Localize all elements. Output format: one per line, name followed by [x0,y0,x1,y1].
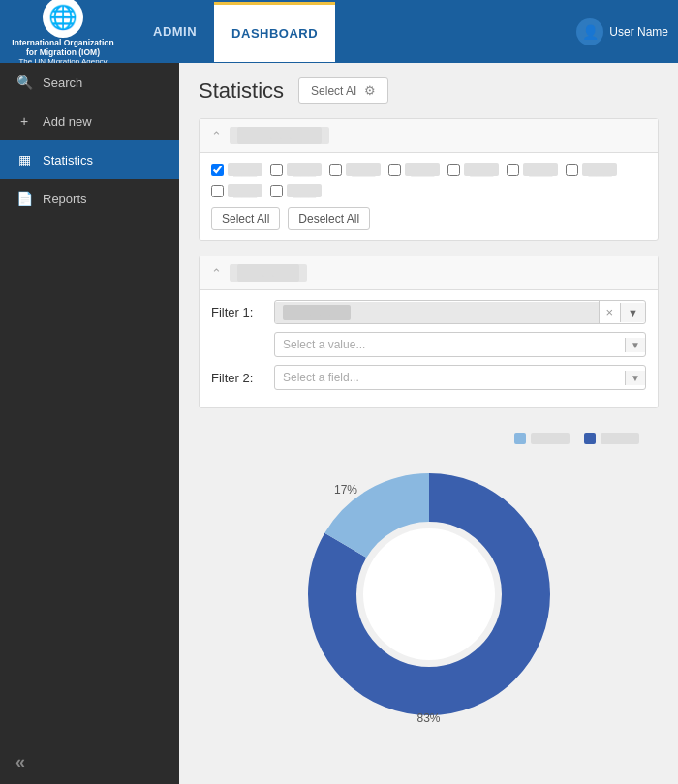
sidebar-item-statistics[interactable]: ▦ Statistics [0,140,179,179]
checkbox-label-7: ▓▓▓ [582,163,617,176]
filter-1-input-wrap: ......... × ▼ [274,300,646,324]
section-activities-title: ........ [230,127,329,144]
legend-dot-1 [514,433,526,444]
checkbox-1[interactable] [211,164,224,176]
nav-tab-admin[interactable]: ADMIN [136,3,214,60]
checkbox-item-1: ▓▓▓ [211,163,262,176]
select-all-button[interactable]: Select All [211,207,280,230]
select-ai-label: Select AI [311,84,356,98]
sidebar-collapse-button[interactable]: « [0,740,179,784]
checkbox-group: ▓▓▓ ▓▓▓ ▓▓▓ ▓▓▓ [211,163,646,197]
checkbox-item-5: ▓▓▓ [447,163,499,176]
checkbox-label-1: ▓▓▓ [228,163,262,176]
org-name: International Organization for Migration… [10,38,116,57]
checkbox-3[interactable] [329,164,342,176]
section-activities-header: ⌃ ........ [200,119,658,153]
checkbox-item-8: ▓▓▓ [211,184,262,197]
legend-item-2 [584,433,639,444]
donut-chart: 17% 83% [218,454,639,735]
donut-svg [298,464,560,725]
checkbox-item-9: ▓▓▓ [270,184,322,197]
checkbox-7[interactable] [566,164,578,176]
filter-1-value: ......... [275,302,599,323]
filter-2-arrow: ▼ [625,371,645,385]
section-filters: ⌃ ...... Filter 1: ......... × [199,256,659,408]
logo-circle: 🌐 [43,0,83,38]
filter-1-clear-button[interactable]: × [599,301,621,323]
checkbox-9[interactable] [270,185,283,197]
nav-tab-dashboard[interactable]: DASHBOARD [214,2,335,62]
checkbox-item-3: ▓▓▓ [329,163,381,176]
checkbox-label-6: ▓▓▓ [523,163,558,176]
main-layout: 🔍 Search + Add new ▦ Statistics 📄 Report… [0,63,678,784]
checkbox-label-8: ▓▓▓ [228,184,262,197]
filter-1-value-arrow: ▼ [625,338,645,352]
user-name: User Name [609,25,668,39]
stats-header: Statistics Select AI ⚙ [199,77,659,104]
select-ai-button[interactable]: Select AI ⚙ [298,77,388,104]
search-icon: 🔍 [15,75,33,90]
legend-dot-2 [584,433,596,444]
checkbox-5[interactable] [447,164,460,176]
checkbox-2[interactable] [270,164,283,176]
legend-label-2 [601,433,639,444]
checkbox-4[interactable] [388,164,401,176]
gear-icon: ⚙ [364,83,376,98]
sidebar: 🔍 Search + Add new ▦ Statistics 📄 Report… [0,63,179,784]
filter-2-label: Filter 2: [211,371,264,385]
filter-2-placeholder: Select a field... [283,371,359,384]
checkbox-label-2: ▓▓▓ [287,163,322,176]
logo-area: 🌐 International Organization for Migrati… [10,0,116,66]
filter-2-field-select[interactable]: Select a field... ▼ [274,365,646,390]
org-text: International Organization for Migration… [10,38,116,67]
filter-2-row: Filter 2: Select a field... ▼ [211,365,646,390]
checkbox-label-5: ▓▓▓ [464,163,499,176]
deselect-all-button[interactable]: Deselect All [288,207,370,230]
section-activities: ⌃ ........ ▓▓▓ ▓▓▓ [199,118,659,241]
section-filters-header: ⌃ ...... [200,256,658,290]
filter-1-value-select[interactable]: Select a value... ▼ [274,332,646,357]
btn-group: Select All Deselect All [211,207,646,230]
section-filters-title: ...... [230,264,307,282]
checkbox-item-7: ▓▓▓ [566,163,617,176]
legend-label-1 [531,433,570,444]
header-user: 👤 User Name [576,18,668,45]
filter-1-row: Filter 1: ......... × ▼ [211,300,646,324]
chart-label-17: 17% [334,483,357,497]
content-area: Statistics Select AI ⚙ ⌃ ........ [179,63,678,784]
sidebar-item-reports[interactable]: 📄 Reports [0,179,179,218]
sidebar-label-add-new: Add new [43,114,92,129]
globe-icon: 🌐 [48,4,77,31]
checkbox-label-9: ▓▓▓ [287,184,322,197]
chart-label-83: 83% [416,711,440,725]
checkbox-label-3: ▓▓▓ [346,163,381,176]
plus-icon: + [15,113,33,129]
legend-item-1 [514,433,570,444]
header-nav: ADMIN DASHBOARD [136,2,576,62]
chart-legend [218,433,639,444]
checkbox-label-4: ▓▓▓ [405,163,440,176]
sidebar-item-add-new[interactable]: + Add new [0,102,179,140]
collapse-icon-2[interactable]: ⌃ [211,266,222,281]
sidebar-label-search: Search [43,75,82,90]
filter-1-dropdown-button[interactable]: ▼ [620,303,645,322]
checkbox-item-2: ▓▓▓ [270,163,322,176]
section-filters-body: Filter 1: ......... × ▼ Select a value.. [200,290,658,407]
sidebar-item-search[interactable]: 🔍 Search [0,63,179,102]
svg-point-2 [363,528,495,660]
checkbox-8[interactable] [211,185,224,197]
collapse-icon-1[interactable]: ⌃ [211,129,222,143]
checkbox-item-6: ▓▓▓ [507,163,558,176]
reports-icon: 📄 [15,191,33,206]
filter-1-value-placeholder: Select a value... [283,338,365,351]
checkbox-6[interactable] [507,164,519,176]
page-title: Statistics [199,78,284,104]
filter-1-label: Filter 1: [211,305,264,319]
filter-1-value-row: Select a value... ▼ [211,332,646,357]
statistics-icon: ▦ [15,152,33,167]
user-icon: 👤 [576,18,603,45]
section-activities-body: ▓▓▓ ▓▓▓ ▓▓▓ ▓▓▓ [200,153,658,240]
sidebar-label-reports: Reports [43,192,87,206]
chart-area: 17% 83% [199,423,659,754]
checkbox-item-4: ▓▓▓ [388,163,440,176]
